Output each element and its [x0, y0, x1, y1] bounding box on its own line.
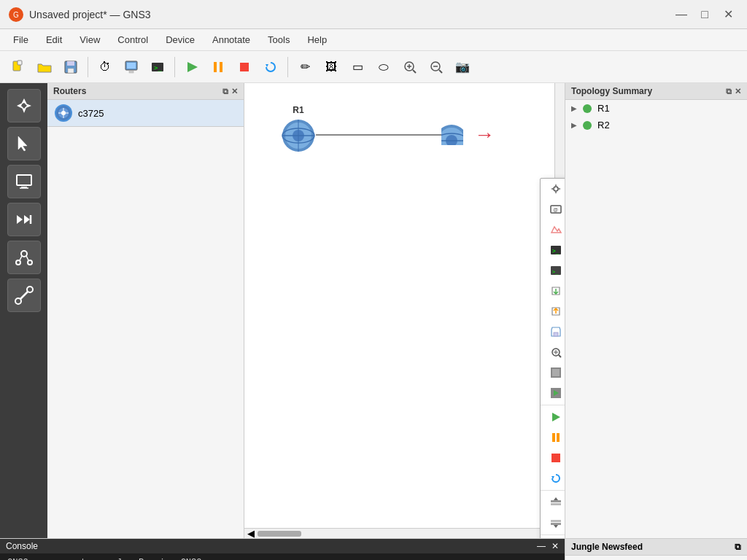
start-all-button[interactable] [179, 55, 204, 79]
svg-point-39 [27, 287, 33, 292]
svg-rect-13 [214, 62, 217, 72]
ctx-change-symbol[interactable]: Change symbol [541, 219, 565, 240]
zoom-out-button[interactable] [424, 55, 449, 79]
select-tool[interactable] [7, 127, 41, 160]
console-body[interactable]: GNS3 management console. Running GNS3 ve… [0, 553, 565, 560]
change-symbol-icon [549, 223, 562, 236]
canvas-area[interactable]: R1 → [244, 83, 565, 538]
svg-marker-24 [21, 98, 27, 113]
image-button[interactable]: 🖼 [319, 55, 344, 79]
console-button[interactable]: >_ [145, 55, 170, 79]
suspend-icon [549, 431, 562, 444]
console-close[interactable]: ✕ [551, 541, 559, 551]
menu-tools[interactable]: Tools [260, 31, 297, 48]
stop-all-button[interactable] [232, 55, 257, 79]
r2-status-dot [583, 121, 592, 130]
topology-r1[interactable]: ▶ R1 [565, 100, 747, 117]
change-hostname-icon: @ [549, 203, 562, 216]
rect-button[interactable]: ▭ [345, 55, 370, 79]
menu-edit[interactable]: Edit [39, 31, 69, 48]
svg-marker-12 [187, 62, 198, 72]
network-tool[interactable] [7, 241, 41, 274]
open-button[interactable] [32, 55, 57, 79]
ctx-import-config[interactable]: Import config [541, 281, 565, 301]
topology-panel-restore[interactable]: ⧉ [726, 87, 732, 96]
console-panel-header: Console — ✕ [0, 539, 565, 553]
ctx-stop[interactable]: Stop [541, 448, 565, 468]
export-config-icon [549, 305, 562, 318]
toolbar: ⏱ >_ ✏ 🖼 ▭ ⬭ 📷 [0, 51, 747, 83]
save-button[interactable] [58, 55, 83, 79]
menu-control[interactable]: Control [110, 31, 155, 48]
svg-marker-30 [17, 215, 23, 224]
ctx-idle-pc[interactable]: Idle-PC [541, 362, 565, 383]
left-sidebar [0, 83, 47, 538]
device-c3725[interactable]: c3725 [47, 100, 244, 127]
ellipse-button[interactable]: ⬭ [371, 55, 396, 79]
link-tool[interactable] [7, 279, 41, 312]
svg-line-22 [439, 70, 442, 73]
annotate-button[interactable]: ✏ [293, 55, 317, 79]
timer-button[interactable]: ⏱ [93, 55, 117, 79]
new-button[interactable] [6, 55, 31, 79]
ctx-console[interactable]: >_ Console [541, 240, 565, 260]
menu-help[interactable]: Help [300, 31, 334, 48]
console-minimize[interactable]: — [537, 541, 546, 551]
ctx-start[interactable]: Start [541, 407, 565, 427]
device-c3725-name: c3725 [78, 108, 104, 119]
separator-2 [174, 57, 175, 77]
jungle-panel-restore[interactable]: ⧉ [735, 542, 741, 552]
svg-text:>_: >_ [552, 269, 559, 275]
ctx-delete[interactable]: Delete [541, 537, 565, 538]
ctx-change-hostname[interactable]: @ Change hostname [541, 199, 565, 219]
close-button[interactable]: ✕ [718, 4, 738, 25]
stop-icon [549, 451, 562, 464]
console-panel: Console — ✕ GNS3 management console. Run… [0, 539, 565, 560]
import-config-icon [549, 284, 562, 298]
maximize-button[interactable]: □ [694, 4, 715, 25]
topology-panel-controls: ⧉ ✕ [726, 87, 741, 96]
svg-rect-27 [17, 175, 31, 185]
menu-annotate[interactable]: Annotate [205, 31, 258, 48]
menu-device[interactable]: Device [158, 31, 202, 48]
svg-rect-15 [240, 63, 249, 71]
ctx-sep-1 [541, 405, 565, 405]
ctx-lower-layer[interactable]: Lower one layer [541, 513, 565, 533]
ctx-save-config[interactable]: Save config [541, 322, 565, 342]
ctx-capture[interactable]: Capture [541, 342, 565, 362]
reload-all-button[interactable] [258, 55, 283, 79]
svg-point-34 [16, 260, 20, 265]
topology-r1-label: R1 [597, 103, 610, 114]
ctx-configure[interactable]: Configure [541, 179, 565, 199]
menu-file[interactable]: File [6, 31, 36, 48]
screenshot-button[interactable]: 📷 [450, 55, 475, 79]
jungle-panel: Jungle Newsfeed ⧉ GNS3 GNS3 Jungle THE O… [565, 539, 747, 560]
router-r1[interactable]: R1 [281, 105, 316, 153]
ctx-suspend[interactable]: Suspend [541, 427, 565, 448]
menu-view[interactable]: View [72, 31, 107, 48]
move-tool[interactable] [7, 89, 41, 122]
svg-rect-5 [67, 61, 74, 66]
ctx-reload[interactable]: Reload [541, 468, 565, 489]
ctx-export-config[interactable]: Export config [541, 301, 565, 322]
ctx-auto-idle-pc[interactable]: Auto Idle-PC [541, 383, 565, 403]
svg-marker-26 [18, 136, 27, 151]
panel-close[interactable]: ✕ [231, 87, 238, 96]
minimize-button[interactable]: — [671, 4, 692, 25]
svg-rect-80 [551, 520, 561, 522]
svg-rect-74 [557, 433, 560, 442]
ctx-raise-layer[interactable]: Raise one layer [541, 492, 565, 513]
ctx-auxiliary-console[interactable]: >_ Auxiliary console [541, 260, 565, 281]
suspend-all-button[interactable] [206, 55, 231, 79]
panel-restore[interactable]: ⧉ [222, 87, 228, 96]
topology-r2[interactable]: ▶ R2 [565, 117, 747, 133]
svg-line-18 [413, 70, 416, 73]
zoom-in-button[interactable] [398, 55, 422, 79]
red-arrow: → [474, 123, 495, 147]
device-manager-button[interactable] [119, 55, 144, 79]
fast-forward-tool[interactable] [7, 203, 41, 236]
canvas-scrollbar-bottom[interactable]: ◀ ▶ [244, 528, 554, 538]
topology-panel-close[interactable]: ✕ [735, 87, 741, 96]
monitor-tool[interactable] [7, 165, 41, 198]
capture-icon [549, 346, 562, 359]
